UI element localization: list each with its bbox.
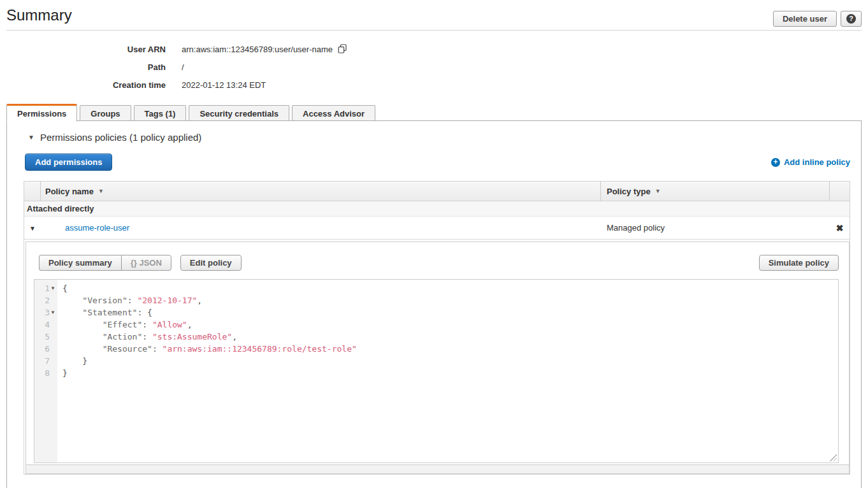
policy-detail-footer — [26, 464, 849, 473]
plus-circle-icon: + — [771, 158, 780, 167]
path-label: Path — [6, 62, 166, 72]
row-expander-button[interactable]: ▼ — [24, 223, 41, 233]
tab-bar: Permissions Groups Tags (1) Security cre… — [6, 103, 862, 121]
path-row: Path / — [6, 58, 862, 76]
simulate-policy-button[interactable]: Simulate policy — [759, 255, 839, 271]
policy-json-editor[interactable]: 1▼23▼45678 { "Version": "2012-10-17", "S… — [34, 279, 839, 463]
policy-summary-button[interactable]: Policy summary — [39, 255, 121, 271]
creation-time-value: 2022-01-12 13:24 EDT — [182, 80, 266, 90]
permissions-toolbar: Add permissions + Add inline policy — [24, 154, 850, 171]
user-arn-value: arn:aws:iam::123456789:user/user-name — [182, 45, 333, 54]
tab-permissions[interactable]: Permissions — [6, 104, 77, 122]
code-content[interactable]: { "Version": "2012-10-17", "Statement": … — [57, 280, 838, 463]
permissions-policies-section-toggle[interactable]: ▼ Permissions policies (1 policy applied… — [28, 131, 850, 143]
user-arn-label: User ARN — [6, 45, 166, 54]
policy-view-switcher: Policy summary {} JSON — [39, 255, 171, 271]
policy-type-value: Managed policy — [601, 223, 830, 233]
creation-time-label: Creation time — [6, 80, 166, 90]
page-title: Summary — [6, 6, 72, 24]
policy-detail-panel: Policy summary {} JSON Edit policy Simul… — [25, 241, 850, 474]
attached-directly-group-row: Attached directly — [24, 201, 850, 217]
add-permissions-button[interactable]: Add permissions — [25, 154, 112, 171]
help-button[interactable]: ? — [841, 11, 862, 27]
tab-tags[interactable]: Tags (1) — [134, 105, 187, 121]
actions-column-header — [830, 182, 850, 201]
policies-table-header: Policy name ▼ Policy type ▼ — [24, 182, 850, 201]
tab-security-credentials[interactable]: Security credentials — [189, 105, 289, 121]
policy-detail-toolbar: Policy summary {} JSON Edit policy Simul… — [39, 254, 839, 271]
sort-arrow-icon: ▼ — [98, 188, 104, 194]
tab-groups[interactable]: Groups — [80, 105, 131, 121]
sort-arrow-icon: ▼ — [655, 188, 661, 194]
iam-user-summary-page: Summary Delete user ? User ARN arn:aws:i… — [0, 5, 868, 488]
policy-type-column-header[interactable]: Policy type ▼ — [601, 182, 830, 201]
permissions-policies-title: Permissions policies (1 policy applied) — [40, 132, 201, 143]
policy-name-link[interactable]: assume-role-user — [65, 223, 129, 233]
table-row: ▼ assume-role-user Managed policy ✖ — [24, 217, 850, 240]
question-mark-icon: ? — [846, 14, 856, 24]
edit-policy-button[interactable]: Edit policy — [180, 255, 242, 271]
copy-icon[interactable] — [338, 44, 347, 55]
tab-access-advisor[interactable]: Access Advisor — [292, 105, 375, 121]
remove-policy-button[interactable]: ✖ — [830, 223, 850, 233]
code-gutter: 1▼23▼45678 — [34, 280, 57, 463]
chevron-down-icon: ▼ — [29, 225, 36, 232]
creation-time-row: Creation time 2022-01-12 13:24 EDT — [6, 76, 862, 94]
permissions-tab-panel: ▼ Permissions policies (1 policy applied… — [6, 120, 862, 488]
user-arn-row: User ARN arn:aws:iam::123456789:user/use… — [6, 40, 862, 58]
header-actions: Delete user ? — [773, 11, 862, 27]
policy-name-column-header[interactable]: Policy name ▼ — [41, 182, 601, 201]
policies-table: Policy name ▼ Policy type ▼ Attached dir… — [24, 181, 850, 475]
json-view-button[interactable]: {} JSON — [121, 255, 171, 271]
user-info-section: User ARN arn:aws:iam::123456789:user/use… — [6, 31, 862, 94]
expander-column-header — [24, 182, 41, 201]
page-header: Summary Delete user ? — [6, 5, 862, 30]
add-inline-policy-link[interactable]: + Add inline policy — [771, 157, 850, 167]
collapse-triangle-icon: ▼ — [28, 134, 34, 141]
delete-user-button[interactable]: Delete user — [773, 11, 837, 27]
path-value: / — [182, 62, 184, 72]
